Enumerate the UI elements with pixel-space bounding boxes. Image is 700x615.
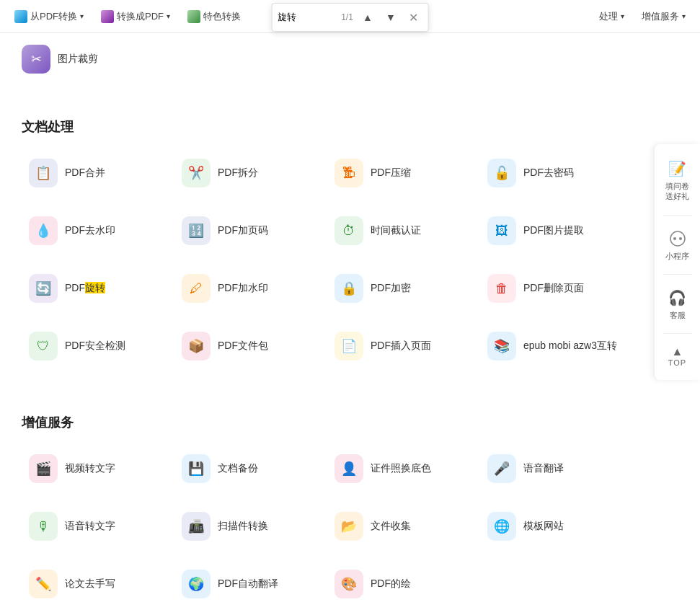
doc-item-5[interactable]: 🔢PDF加页码 xyxy=(174,208,322,254)
value-item-3[interactable]: 🎤语音翻译 xyxy=(480,446,627,492)
miniapp-icon xyxy=(668,229,688,249)
doc-item-icon-15: 📚 xyxy=(487,332,516,360)
doc-item-icon-14: 📄 xyxy=(335,332,363,360)
doc-item-2[interactable]: 🗜PDF压缩 xyxy=(327,150,474,196)
scroll-top-button[interactable]: ▲ TOP xyxy=(663,340,692,373)
scroll-container: ✂ 图片裁剪 文档处理 📋PDF合并✂️PDF拆分🗜PDF压缩🔓PDF去密码💧P… xyxy=(0,33,700,615)
doc-feature-grid: 📋PDF合并✂️PDF拆分🗜PDF压缩🔓PDF去密码💧PDF去水印🔢PDF加页码… xyxy=(22,150,627,369)
close-search-button[interactable]: ✕ xyxy=(405,9,422,26)
svg-point-0 xyxy=(670,231,685,246)
value-item-2[interactable]: 👤证件照换底色 xyxy=(327,446,474,492)
value-item-7[interactable]: 🌐模板网站 xyxy=(480,503,627,549)
value-item-9[interactable]: 🌍PDF自动翻译 xyxy=(174,561,322,607)
sidebar-divider-2 xyxy=(663,274,692,275)
doc-item-label-0: PDF合并 xyxy=(65,167,105,180)
crop-section: ✂ 图片裁剪 xyxy=(22,33,627,81)
sidebar-divider-3 xyxy=(663,333,692,334)
value-item-0[interactable]: 🎬视频转文字 xyxy=(22,446,169,492)
doc-item-icon-3: 🔓 xyxy=(487,159,516,187)
value-item-icon-6: 📂 xyxy=(335,512,363,541)
chevron-down-icon3: ▾ xyxy=(621,12,624,20)
doc-item-label-14: PDF插入页面 xyxy=(371,340,431,353)
toolbar-value[interactable]: 增值服务 ▾ xyxy=(634,6,693,27)
doc-item-1[interactable]: ✂️PDF拆分 xyxy=(174,150,322,196)
doc-item-label-15: epub mobi azw3互转 xyxy=(523,340,617,353)
toolbar-to-pdf[interactable]: 转换成PDF ▾ xyxy=(94,6,177,27)
search-input[interactable] xyxy=(278,12,335,23)
toolbar-from-pdf[interactable]: 从PDF转换 ▾ xyxy=(7,6,91,27)
doc-item-13[interactable]: 📦PDF文件包 xyxy=(174,323,322,369)
value-item-10[interactable]: 🎨PDF的绘 xyxy=(327,561,474,607)
doc-item-icon-2: 🗜 xyxy=(335,159,363,187)
doc-item-icon-7: 🖼 xyxy=(487,216,516,245)
sidebar-divider-1 xyxy=(663,215,692,216)
support-label: 客服 xyxy=(670,310,686,320)
toolbar: 从PDF转换 ▾ 转换成PDF ▾ 特色转换 1/1 ▲ ▼ ✕ 处理 ▾ 增值… xyxy=(0,0,700,33)
doc-item-0[interactable]: 📋PDF合并 xyxy=(22,150,169,196)
prev-result-button[interactable]: ▲ xyxy=(359,9,376,26)
toolbar-process[interactable]: 处理 ▾ xyxy=(592,6,632,27)
value-item-label-4: 语音转文字 xyxy=(65,520,115,533)
value-item-icon-1: 💾 xyxy=(182,454,211,483)
sidebar-support[interactable]: 🎧 客服 xyxy=(657,280,699,327)
doc-item-icon-0: 📋 xyxy=(29,159,58,187)
value-item-icon-8: ✏️ xyxy=(29,570,58,598)
arrow-up-icon: ▲ xyxy=(672,345,683,358)
survey-icon: 📝 xyxy=(668,159,688,179)
doc-item-3[interactable]: 🔓PDF去密码 xyxy=(480,150,627,196)
doc-item-label-13: PDF文件包 xyxy=(218,340,268,353)
value-item-5[interactable]: 📠扫描件转换 xyxy=(174,503,322,549)
doc-item-10[interactable]: 🔒PDF加密 xyxy=(327,265,474,311)
doc-item-11[interactable]: 🗑PDF删除页面 xyxy=(480,265,627,311)
value-item-label-9: PDF自动翻译 xyxy=(218,578,278,590)
doc-item-4[interactable]: 💧PDF去水印 xyxy=(22,208,169,254)
value-item-8[interactable]: ✏️论文去手写 xyxy=(22,561,169,607)
doc-item-icon-13: 📦 xyxy=(182,332,211,360)
doc-item-9[interactable]: 🖊PDF加水印 xyxy=(174,265,322,311)
doc-item-label-3: PDF去密码 xyxy=(523,167,574,180)
toolbar-special[interactable]: 特色转换 xyxy=(180,6,248,27)
doc-item-12[interactable]: 🛡PDF安全检测 xyxy=(22,323,169,369)
doc-item-6[interactable]: ⏱时间截认证 xyxy=(327,208,474,254)
value-item-label-8: 论文去手写 xyxy=(65,578,115,590)
miniapp-label: 小程序 xyxy=(665,251,689,261)
value-item-label-2: 证件照换底色 xyxy=(371,462,431,475)
value-item-icon-7: 🌐 xyxy=(487,512,516,541)
value-section-title: 增值服务 xyxy=(22,414,627,431)
doc-item-label-7: PDF图片提取 xyxy=(523,224,584,237)
next-result-button[interactable]: ▼ xyxy=(382,9,399,26)
search-count: 1/1 xyxy=(341,12,353,22)
search-highlight-bar: 1/1 ▲ ▼ ✕ xyxy=(271,3,429,32)
survey-label: 填问卷送好礼 xyxy=(665,181,689,202)
doc-item-icon-6: ⏱ xyxy=(335,216,363,245)
value-item-label-0: 视频转文字 xyxy=(65,462,115,475)
to-pdf-icon xyxy=(101,10,114,23)
crop-icon: ✂ xyxy=(22,45,50,74)
doc-item-8[interactable]: 🔄PDF旋转 xyxy=(22,265,169,311)
doc-item-label-5: PDF加页码 xyxy=(218,224,268,237)
svg-point-1 xyxy=(673,237,676,240)
value-item-1[interactable]: 💾文档备份 xyxy=(174,446,322,492)
value-item-4[interactable]: 🎙语音转文字 xyxy=(22,503,169,549)
doc-item-15[interactable]: 📚epub mobi azw3互转 xyxy=(480,323,627,369)
doc-item-label-6: 时间截认证 xyxy=(371,224,421,237)
doc-item-14[interactable]: 📄PDF插入页面 xyxy=(327,323,474,369)
value-item-icon-10: 🎨 xyxy=(335,570,363,598)
from-pdf-icon xyxy=(14,10,27,23)
value-item-label-5: 扫描件转换 xyxy=(218,520,268,533)
doc-item-label-11: PDF删除页面 xyxy=(523,282,584,295)
value-item-label-6: 文件收集 xyxy=(371,520,411,533)
doc-item-7[interactable]: 🖼PDF图片提取 xyxy=(480,208,627,254)
value-item-icon-2: 👤 xyxy=(335,454,363,483)
top-label: TOP xyxy=(668,358,686,367)
doc-item-icon-11: 🗑 xyxy=(487,274,516,303)
chevron-down-icon: ▾ xyxy=(80,12,84,20)
chevron-down-icon2: ▾ xyxy=(167,12,170,20)
value-item-icon-9: 🌍 xyxy=(182,570,211,598)
value-item-label-7: 模板网站 xyxy=(523,520,564,533)
right-sidebar: 📝 填问卷送好礼 小程序 🎧 客服 ▲ TOP xyxy=(654,144,700,380)
sidebar-survey[interactable]: 📝 填问卷送好礼 xyxy=(657,151,699,209)
value-item-6[interactable]: 📂文件收集 xyxy=(327,503,474,549)
sidebar-miniapp[interactable]: 小程序 xyxy=(657,221,699,268)
doc-item-label-8: PDF旋转 xyxy=(65,282,105,295)
